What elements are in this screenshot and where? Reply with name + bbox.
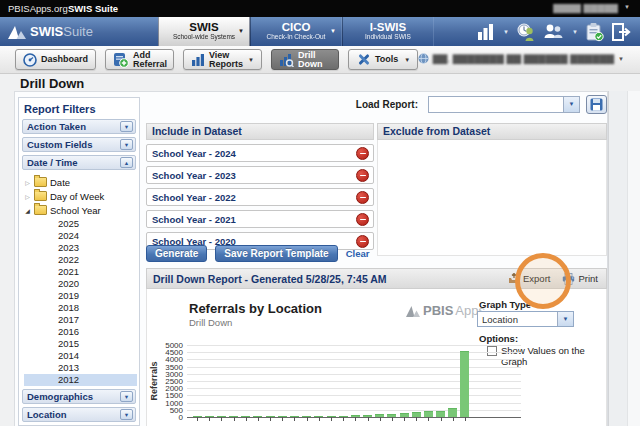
remove-icon[interactable] (356, 169, 369, 182)
chevron-down-icon[interactable]: ▼ (120, 139, 133, 150)
tree-item-date[interactable]: ▷ Date (24, 175, 139, 189)
gridline (187, 374, 521, 375)
year-item-2023[interactable]: 2023 (24, 242, 137, 254)
report-body: Referrals by Location Drill Down PBIS Ap… (146, 289, 607, 426)
tree-item-label: Date (50, 177, 70, 188)
account-caret-icon[interactable]: ▼ (572, 29, 578, 35)
sidebar-section-location[interactable]: Location ▼ (22, 407, 136, 422)
reports-icon[interactable] (477, 23, 495, 41)
support-icon[interactable] (516, 22, 536, 42)
gridline (187, 410, 521, 411)
tab-swis-caret-icon[interactable]: ▼ (238, 28, 244, 34)
year-item-2020[interactable]: 2020 (24, 278, 137, 290)
gridline (187, 395, 521, 396)
school-year-list: 2025202420232022202120202019201820172016… (24, 218, 137, 386)
user-menu-label[interactable]: ▇▇▇▇ ▇▇▇▇▇ (553, 3, 618, 13)
print-button[interactable]: Print (562, 273, 598, 285)
year-item-2016[interactable]: 2016 (24, 326, 137, 338)
gridline (187, 388, 521, 389)
sidebar-section-custom-fields[interactable]: Custom Fields ▼ (22, 137, 136, 152)
chevron-down-icon[interactable]: ▼ (120, 121, 133, 132)
x-tick (209, 417, 210, 421)
year-item-2014[interactable]: 2014 (24, 350, 137, 362)
chevron-down-icon[interactable]: ▼ (120, 391, 133, 402)
year-item-2013[interactable]: 2013 (24, 362, 137, 374)
section-label: Location (27, 409, 67, 420)
tab-iswis[interactable]: I-SWIS Individual SWIS (342, 17, 434, 46)
include-item[interactable]: School Year - 2022 (146, 188, 374, 206)
save-report-template-button[interactable]: Save Report Template (215, 245, 337, 262)
include-item[interactable]: School Year - 2021 (146, 210, 374, 228)
user-menu-caret-icon[interactable]: ▼ (624, 4, 630, 10)
dashboard-button[interactable]: Dashboard (15, 49, 96, 70)
tools-caret-icon[interactable]: ▼ (404, 57, 410, 63)
load-report-select[interactable]: ▼ (428, 96, 580, 113)
tab-cico[interactable]: CICO Check-In Check-Out ▼ (250, 17, 342, 46)
school-caret-icon[interactable]: ▼ (618, 56, 624, 62)
exclude-dropzone[interactable] (377, 140, 607, 256)
chart-title: Referrals by Location (189, 301, 322, 316)
page-title: Drill Down (20, 76, 84, 91)
view-reports-caret-icon[interactable]: ▼ (248, 57, 254, 63)
tools-button[interactable]: Tools ▼ (348, 49, 418, 70)
year-item-2017[interactable]: 2017 (24, 314, 137, 326)
school-selector[interactable]: ▇▇. ▇▇▇▇▇▇▇ ▇▇ ▇▇▇▇▇▇ ▇▇▇▇▇▇ ▼ (418, 53, 624, 64)
year-item-2024[interactable]: 2024 (24, 230, 137, 242)
remove-icon[interactable] (356, 147, 369, 160)
generate-button[interactable]: Generate (146, 245, 207, 262)
year-item-2025[interactable]: 2025 (24, 218, 137, 230)
chevron-up-icon[interactable]: ▲ (120, 157, 133, 168)
options-label: Options: (479, 333, 518, 344)
x-tick (246, 417, 247, 421)
load-report-value (429, 97, 563, 112)
year-item-2015[interactable]: 2015 (24, 338, 137, 350)
generate-row: Generate Save Report Template Clear (146, 245, 369, 262)
export-icon (508, 273, 520, 284)
collapsed-twisty-icon[interactable]: ▷ (24, 193, 31, 200)
x-tick (392, 417, 393, 421)
export-label: Export (523, 273, 550, 284)
include-item-label: School Year - 2023 (152, 170, 236, 181)
gridline (187, 352, 521, 353)
tab-iswis-sublabel: Individual SWIS (343, 33, 433, 40)
swis-suite-app: PBISApps.org SWIS Suite ▇▇▇▇ ▇▇▇▇▇ ▼ SWI… (0, 0, 640, 426)
clear-link[interactable]: Clear (346, 248, 370, 259)
tab-swis[interactable]: SWIS School-wide Systems ▼ (158, 17, 250, 46)
drill-down-button[interactable]: Drill Down (271, 49, 339, 70)
chevron-down-icon[interactable]: ▼ (557, 312, 573, 326)
tree-item-school-year[interactable]: ◢ School Year (24, 203, 139, 217)
year-item-2018[interactable]: 2018 (24, 302, 137, 314)
year-item-2019[interactable]: 2019 (24, 290, 137, 302)
sidebar-section-date-time[interactable]: Date / Time ▲ (22, 155, 136, 170)
year-item-2021[interactable]: 2021 (24, 266, 137, 278)
year-item-2012[interactable]: 2012 (24, 374, 137, 386)
tree-item-day-of-week[interactable]: ▷ Day of Week (24, 189, 139, 203)
remove-icon[interactable] (356, 191, 369, 204)
collapsed-twisty-icon[interactable]: ▷ (24, 179, 31, 186)
logout-icon[interactable] (611, 22, 632, 42)
include-item[interactable]: School Year - 2024 (146, 144, 374, 162)
swissuite-logo-icon (7, 23, 27, 40)
account-icon[interactable] (543, 22, 564, 41)
watermark-bold: PBIS (423, 303, 453, 318)
add-referral-button[interactable]: Add Referral (105, 49, 174, 70)
chevron-down-icon[interactable]: ▼ (120, 409, 133, 420)
export-button[interactable]: Export (508, 273, 550, 284)
graph-type-select[interactable]: Location ▼ (477, 311, 574, 327)
sidebar-section-action-taken[interactable]: Action Taken ▼ (22, 119, 136, 134)
sidebar-section-demographics[interactable]: Demographics ▼ (22, 389, 136, 404)
chevron-down-icon[interactable]: ▼ (563, 97, 579, 112)
view-reports-button[interactable]: View Reports ▼ (183, 49, 262, 70)
tab-cico-caret-icon[interactable]: ▼ (330, 28, 336, 34)
y-tick-label: 0 (155, 413, 183, 422)
expanded-twisty-icon[interactable]: ◢ (24, 207, 31, 214)
save-report-button[interactable] (586, 95, 607, 114)
year-item-2022[interactable]: 2022 (24, 254, 137, 266)
reports-caret-icon[interactable]: ▼ (503, 29, 509, 35)
remove-icon[interactable] (356, 213, 369, 226)
x-tick (270, 417, 271, 421)
x-tick (428, 417, 429, 421)
tasks-icon[interactable] (585, 22, 604, 42)
include-item[interactable]: School Year - 2023 (146, 166, 374, 184)
required-asterisk: * (531, 299, 535, 310)
